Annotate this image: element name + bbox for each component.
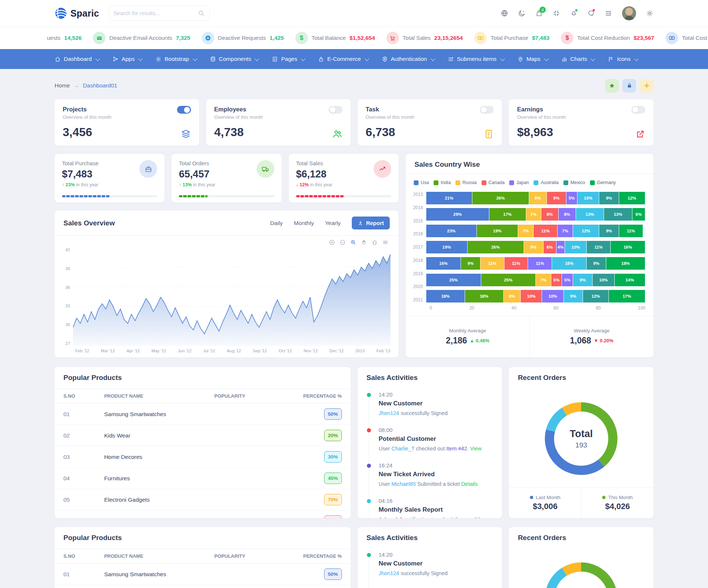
global-search[interactable]	[109, 6, 210, 21]
brand-logo[interactable]: Sparic	[55, 7, 99, 20]
cart-badge: 4	[539, 7, 546, 13]
add-button[interactable]	[640, 79, 653, 93]
favorite-star-button[interactable]	[605, 79, 619, 93]
x-tick-label: Oct '12	[279, 349, 292, 353]
report-button[interactable]: Report	[352, 217, 390, 229]
stacked-bar[interactable]: 21%26%8%9%5%10%9%12%	[426, 192, 645, 204]
mini-change: ↓ 12% in this year	[296, 182, 333, 187]
employees-toggle[interactable]	[329, 106, 343, 114]
popularity-bar	[205, 511, 273, 519]
chevron-down-icon	[430, 56, 435, 61]
stacked-bar-chart[interactable]: 201320142015201620172018201920202021 21%…	[406, 187, 653, 302]
nav-item-ecommerce[interactable]: E-Commerce	[318, 56, 368, 62]
legend-item[interactable]: Australia	[534, 180, 559, 185]
mini-title: Total Purchase	[62, 160, 98, 166]
selection-zoom-icon[interactable]	[350, 239, 356, 245]
settings-gear-icon[interactable]	[646, 10, 653, 17]
user-avatar[interactable]	[622, 6, 636, 20]
x-tick-label: Nov '12	[303, 349, 318, 353]
earnings-toggle[interactable]	[631, 106, 645, 114]
activity-title: Monthly Sales Report	[379, 506, 493, 513]
product-sno: 01	[55, 564, 95, 585]
activity-item: 14:20 New Customer Jhon124 successfully …	[369, 551, 493, 587]
popularity-bar	[205, 425, 273, 446]
nav-item-icons[interactable]: Icons	[608, 56, 638, 62]
table-row[interactable]: 01 Samsung Smartwatches 50%	[55, 564, 351, 585]
stacked-bar[interactable]: 19%26%9%6%4%10%11%16%	[426, 241, 645, 253]
table-row[interactable]: 01 Samsung Smartwatches 50%	[55, 404, 351, 425]
table-row[interactable]: 03 Home Decores 30%	[55, 446, 351, 468]
fullscreen-icon[interactable]	[553, 10, 560, 17]
legend-item[interactable]: Germany	[590, 180, 616, 185]
nav-item-submenu[interactable]: Submenu items	[448, 56, 504, 62]
popular-products-card: Popular Products S.NOPRODUCT NAME POPULA…	[55, 367, 351, 518]
cart-icon[interactable]: 4	[535, 10, 543, 17]
table-row[interactable]: 05 Electroni Gadgets 70%	[55, 489, 351, 511]
search-input[interactable]	[114, 10, 198, 16]
activity-time: 14:20	[379, 391, 493, 398]
activity-item: 08:00 Potential Customer User Charlie_T …	[369, 427, 493, 462]
tab-monthly[interactable]: Monthly	[294, 220, 314, 226]
zoom-in-icon[interactable]	[329, 239, 335, 245]
orders-donut-chart[interactable]: Total 193	[538, 395, 625, 482]
pan-hand-icon[interactable]	[361, 239, 367, 245]
nav-item-charts[interactable]: Charts	[561, 56, 594, 62]
stat-title: Employees	[214, 106, 263, 113]
language-globe-icon[interactable]	[501, 10, 508, 17]
legend-item[interactable]: India	[434, 180, 451, 185]
tab-daily[interactable]: Daily	[270, 220, 282, 226]
app-header: Sparic 4	[0, 0, 708, 27]
legend-item[interactable]: Canada	[482, 180, 505, 185]
stacked-bar[interactable]: 29%17%7%8%8%13%13%6%	[426, 208, 645, 221]
table-row[interactable]: 06 Mechanical Parts 45%	[55, 511, 351, 519]
sidebar-toggle-icon[interactable]	[605, 10, 612, 17]
legend-item[interactable]: Japan	[509, 180, 529, 185]
chart-toolbar	[60, 238, 391, 248]
orders-progress	[179, 195, 274, 197]
nav-item-pages[interactable]: Pages	[272, 56, 304, 62]
nav-item-dashboard[interactable]: Dashboard	[55, 56, 99, 62]
stat-subtitle: Overview of this month	[63, 114, 111, 120]
x-circle-icon	[202, 32, 214, 44]
cart-red-icon	[386, 32, 399, 44]
popularity-bar	[205, 468, 273, 489]
mini-title: Total Orders	[179, 160, 215, 166]
table-row[interactable]: 04 Furnitures 45%	[55, 468, 351, 489]
activity-description: 4 days left notification to submit the m…	[379, 516, 493, 518]
table-row[interactable]: 02 Kids Wear 20%	[55, 425, 351, 446]
breadcrumb-home[interactable]: Home	[55, 82, 70, 89]
menu-icon[interactable]	[382, 239, 388, 245]
legend-item[interactable]: Mexico	[563, 180, 585, 185]
orders-donut-chart[interactable]: Total 193	[538, 555, 625, 588]
area-chart[interactable]	[73, 248, 391, 346]
nav-item-components[interactable]: Components	[210, 56, 258, 62]
projects-toggle[interactable]	[177, 106, 191, 114]
stacked-bar[interactable]: 18%18%8%10%10%9%12%17%	[426, 290, 645, 302]
activity-title: Potential Customer	[379, 435, 493, 443]
stacked-bar[interactable]: 16%9%11%11%11%16%9%18%	[426, 257, 645, 270]
stacked-bar[interactable]: 23%19%7%11%7%12%9%11%	[426, 225, 645, 237]
nav-item-maps[interactable]: Maps	[517, 56, 548, 62]
popularity-bar	[205, 585, 273, 588]
activity-title: New Customer	[379, 560, 493, 567]
tab-yearly[interactable]: Yearly	[325, 220, 341, 226]
legend-item[interactable]: Russia	[455, 180, 476, 185]
stacked-bar[interactable]: 25%25%7%5%5%9%10%14%	[426, 274, 645, 286]
messages-icon[interactable]	[587, 10, 595, 17]
nav-item-apps[interactable]: Apps	[112, 56, 142, 62]
nav-item-authentication[interactable]: Authentication	[382, 56, 434, 62]
legend-item[interactable]: Usa	[414, 180, 429, 185]
zoom-out-icon[interactable]	[340, 239, 346, 245]
external-link-icon	[635, 129, 645, 139]
notifications-bell-icon[interactable]	[570, 10, 577, 17]
stat-value: 6,738	[366, 125, 395, 139]
nav-item-bootstrap[interactable]: Bootstrap	[155, 56, 196, 62]
dark-mode-icon[interactable]	[518, 10, 525, 17]
lock-button[interactable]	[622, 79, 636, 93]
bar-chart-icon	[561, 56, 568, 62]
sales-activities-card: Sales Activities 14:20 New Customer Jhon…	[358, 527, 502, 588]
table-row[interactable]: 02 Kids Wear 20%	[55, 585, 351, 588]
task-toggle[interactable]	[480, 106, 494, 114]
home-reset-icon[interactable]	[372, 239, 378, 245]
chevron-down-icon	[301, 56, 306, 61]
